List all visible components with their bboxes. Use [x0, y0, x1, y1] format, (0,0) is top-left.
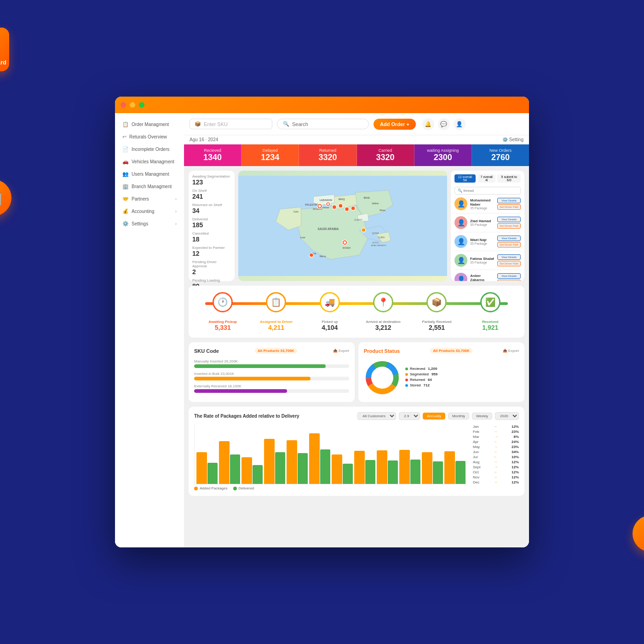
bar-delivered-Apr	[275, 452, 286, 484]
month-label-Apr: Apr	[473, 440, 478, 444]
driver-search-input[interactable]	[454, 187, 521, 195]
product-all-products-badge[interactable]: All Products 33,700K	[430, 348, 472, 354]
set-path-btn-1[interactable]: Set Driver Path	[497, 223, 521, 229]
map-stat-1: On Shelf 241	[192, 189, 231, 200]
close-dot[interactable]	[121, 102, 126, 108]
rate-content: Added Packages Delivered Jan → 12% Feb	[194, 425, 519, 490]
year-filter[interactable]: 2020	[495, 412, 519, 420]
sku-card-header: SKU Code All Products 33,700K 📤 Export	[194, 348, 349, 354]
legend-label-returned: Returned	[410, 378, 425, 382]
weekly-filter-btn[interactable]: Weekly	[472, 413, 492, 420]
month-item-Oct: Oct → 12%	[473, 470, 519, 474]
view-details-btn-3[interactable]: View Details	[497, 254, 521, 260]
map-stat-value-2: 34	[192, 207, 231, 214]
pipeline-icon-0: 🕐	[213, 292, 233, 312]
legend-label-received: Recieved	[410, 367, 425, 371]
sidebar-item-users[interactable]: 👥 Users Managment	[119, 168, 180, 180]
svg-text:LEBANON: LEBANON	[320, 199, 332, 201]
product-export-btn[interactable]: 📤 Export	[503, 349, 519, 353]
sidebar-label-branch: Branch Managment	[132, 184, 172, 189]
map-stat-0: Awaiting Segmentation 123	[192, 174, 231, 186]
number-filter[interactable]: 2.9	[399, 412, 420, 420]
sidebar-item-vehicles[interactable]: 🚗 Vehicles Managment	[119, 156, 180, 167]
search-input[interactable]: 🔍 Search	[277, 119, 369, 129]
driver-btns-1: View Details Set Driver Path	[497, 217, 521, 229]
sidebar-item-returals[interactable]: ↩ Returals Overview	[119, 131, 180, 143]
view-details-btn-0[interactable]: View Details	[497, 198, 521, 203]
charts-row: SKU Code All Products 33,700K 📤 Export M…	[189, 342, 524, 402]
profile-icon[interactable]: 👤	[454, 118, 466, 130]
monthly-filter-btn[interactable]: Monthly	[448, 413, 469, 420]
sidebar-label-partners: Partners	[132, 196, 149, 201]
sku-bar-2: Externally Recieved 18,100K	[194, 384, 349, 393]
month-arrow-Oct: →	[493, 470, 497, 474]
bar-added-Jun	[309, 433, 320, 484]
set-path-btn-4[interactable]: Set Driver Path	[497, 280, 521, 281]
svg-point-39	[344, 242, 346, 244]
bar-added-Oct	[399, 450, 410, 484]
pipeline-step-5: ✅	[464, 292, 517, 315]
month-arrow-Nov: →	[494, 475, 497, 479]
view-details-btn-1[interactable]: View Details	[497, 217, 521, 222]
map-stat-value-3: 185	[192, 221, 231, 229]
dashboard-body: Awaiting Segmentation 123 On Shelf 241 R…	[184, 166, 529, 547]
vehicles-icon: 🚗	[122, 159, 129, 165]
set-path-btn-0[interactable]: Set Driver Path	[497, 204, 521, 210]
map-stats-panel: Awaiting Segmentation 123 On Shelf 241 R…	[189, 171, 235, 281]
delivered-legend: Delivered	[233, 486, 254, 490]
svg-text:ARAB EMIRATES: ARAB EMIRATES	[371, 244, 386, 247]
pipeline-icon-3: 📍	[373, 292, 393, 312]
driver-tab-2[interactable]: 5 submit to 6/0	[497, 174, 521, 183]
sku-input[interactable]: 📦 Enter SKU	[190, 119, 272, 129]
month-label-Dec: Dec	[473, 480, 479, 484]
bar-added-Aug	[354, 451, 365, 484]
legend-val-received: 1,200	[428, 367, 437, 371]
add-order-button[interactable]: Add Order +	[374, 119, 416, 130]
dashboard-label: Dashboard	[0, 59, 6, 66]
sku-export-btn[interactable]: 📤 Export	[333, 349, 349, 353]
driver-name-0: Mohammed Naber	[470, 198, 494, 207]
rate-filters: All Customers 2.9 Annually Monthly Weekl…	[357, 412, 519, 420]
month-item-May: May → 23%	[473, 445, 519, 449]
sidebar-item-orders[interactable]: 📋 Order Managment	[119, 119, 180, 130]
map-container[interactable]: LEBANON IRAQ IRAN PALESTINE SAUDI ARABIA…	[238, 171, 447, 281]
stat-returned-value: 3320	[301, 153, 354, 162]
message-icon[interactable]: 💬	[438, 118, 450, 130]
bar-delivered-Jul	[343, 464, 353, 484]
month-arrow-Feb: →	[494, 430, 497, 434]
month-label-Jan: Jan	[473, 425, 479, 429]
minimize-dot[interactable]	[130, 102, 135, 108]
sidebar-item-settings[interactable]: ⚙️ Settings	[119, 218, 180, 230]
driver-btns-2: View Details Set Driver Path	[497, 236, 521, 247]
customer-filter[interactable]: All Customers	[357, 412, 396, 420]
pipeline-icon-4: 📦	[426, 292, 447, 312]
stat-received-label: Recieved	[186, 148, 239, 153]
bar-added-Mar	[242, 457, 252, 484]
sidebar-item-accounting[interactable]: 💰 Accounting	[119, 206, 180, 217]
sidebar-item-branch[interactable]: 🏢 Branch Managment	[119, 181, 180, 192]
driver-avatar-0: 👤	[454, 197, 467, 210]
notification-icon[interactable]: 🔔	[422, 118, 434, 130]
sidebar-item-partners[interactable]: 🤝 Partners	[119, 193, 180, 205]
sidebar-item-incomplete[interactable]: 📄 Incomplete Orders	[119, 144, 180, 155]
bar-group-Mar	[242, 457, 263, 484]
annually-filter-btn[interactable]: Annually	[423, 413, 445, 420]
driver-tab-1[interactable]: 7 overall 4l	[477, 174, 495, 183]
bar-added-Feb	[219, 441, 230, 484]
view-details-btn-2[interactable]: View Details	[497, 236, 521, 241]
maximize-dot[interactable]	[139, 102, 144, 108]
sidebar-label-orders: Order Managment	[132, 122, 169, 127]
set-path-btn-2[interactable]: Set Driver Path	[497, 242, 521, 247]
sku-bar-label-0: Manually Inserted 26,200K	[194, 359, 349, 363]
bar-added-Jan	[196, 452, 207, 484]
legend-val-stored: 712	[424, 383, 430, 387]
view-details-btn-4[interactable]: View Details	[497, 273, 521, 279]
driver-tab-0[interactable]: 12 overall 5A	[454, 174, 476, 183]
legend-dot-returned	[405, 379, 408, 381]
bar-added-Dec	[444, 451, 455, 484]
setting-btn[interactable]: ⚙️ Setting	[502, 137, 523, 142]
set-path-btn-3[interactable]: Set Driver Path	[497, 261, 521, 266]
month-item-Mar: Mar → 8%	[473, 435, 519, 439]
sku-all-products-badge[interactable]: All Products 33,700K	[255, 348, 297, 354]
pipeline-step-0: 🕐	[196, 292, 249, 315]
